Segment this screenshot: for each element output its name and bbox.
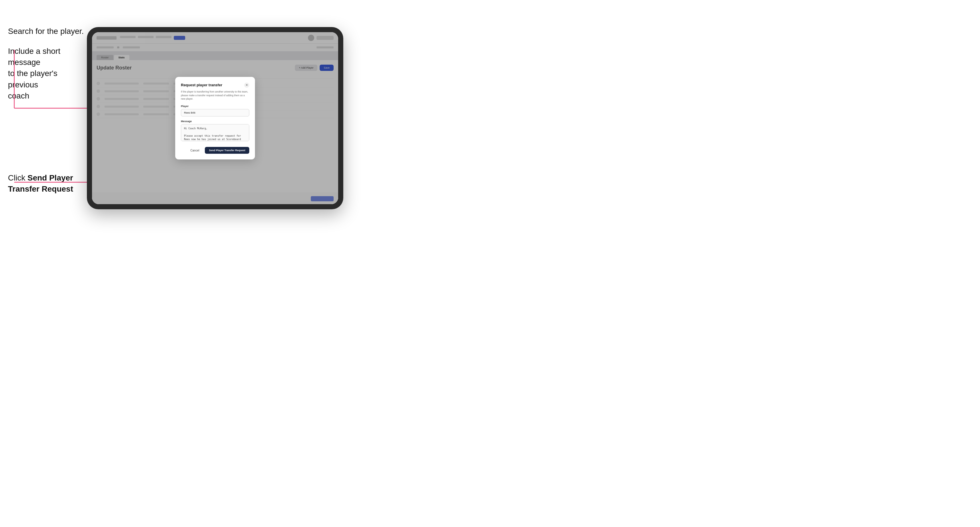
annotation-click-bold: Send PlayerTransfer Request: [8, 173, 73, 193]
player-field-label: Player: [181, 105, 249, 108]
player-search-input[interactable]: [181, 109, 249, 116]
tablet-screen: Roster Stats Update Roster + Add Player …: [92, 32, 338, 204]
message-textarea[interactable]: Hi Coach McHarg, Please accept this tran…: [181, 124, 249, 141]
modal-overlay: Request player transfer ✕ If the player …: [92, 32, 338, 204]
modal-header: Request player transfer ✕: [181, 83, 249, 88]
annotation-click-text: Click Send PlayerTransfer Request: [8, 172, 85, 194]
message-field-label: Message: [181, 120, 249, 123]
send-transfer-request-button[interactable]: Send Player Transfer Request: [205, 147, 249, 154]
modal-actions: Cancel Send Player Transfer Request: [181, 147, 249, 154]
annotation-search-text: Search for the player.: [8, 25, 84, 37]
annotation-message-text: Include a short messageto the player's p…: [8, 46, 82, 102]
request-transfer-modal: Request player transfer ✕ If the player …: [175, 77, 255, 159]
modal-title: Request player transfer: [181, 83, 222, 87]
tablet-device: Roster Stats Update Roster + Add Player …: [87, 27, 343, 209]
modal-close-button[interactable]: ✕: [244, 83, 249, 88]
cancel-button[interactable]: Cancel: [188, 147, 202, 154]
modal-description: If the player is transferring from anoth…: [181, 90, 249, 101]
